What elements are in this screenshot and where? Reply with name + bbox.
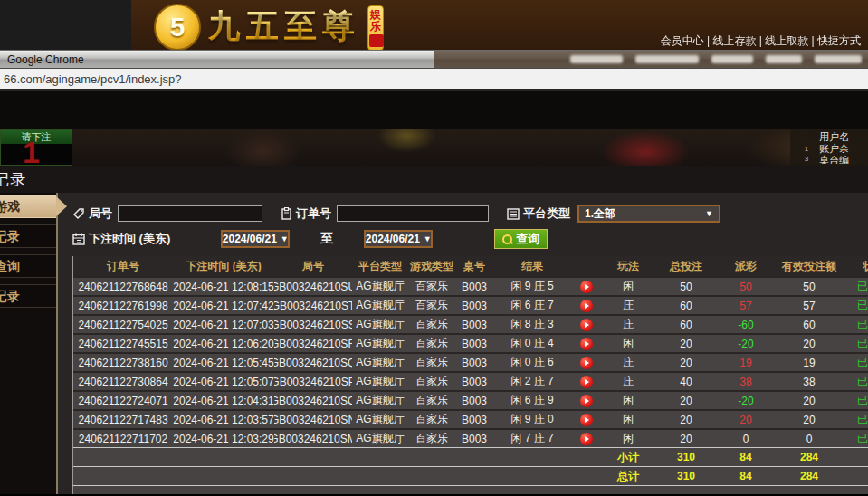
cell-valid-bet: 19	[774, 354, 844, 371]
live-dealer-video[interactable]	[72, 129, 868, 166]
cell-platform: AG旗舰厅	[352, 411, 408, 428]
cell-total-bet: 40	[654, 373, 718, 390]
col-header-total-bet: 总投注	[654, 256, 718, 276]
cell-total-bet: 20	[654, 354, 718, 371]
sidebar-item-label: 记录	[0, 289, 20, 303]
cell-order-no: 240621122745515	[73, 335, 173, 352]
cell-table-no: B003	[455, 335, 493, 352]
play-replay-icon[interactable]	[580, 414, 593, 426]
cell-payout: -60	[718, 316, 774, 333]
col-header-table-no: 桌号	[455, 256, 493, 276]
search-button[interactable]: 查询	[494, 229, 548, 249]
cell-round-no: GB003246210SQ	[274, 354, 352, 371]
cell-bet-time: 2024-06-21 12:07:42	[173, 297, 274, 314]
cell-status: 已派彩	[844, 354, 868, 371]
cell-status: 已派彩	[844, 278, 868, 295]
date-from-select[interactable]: 2024/06/21 ▼	[221, 230, 290, 248]
cell-payout: 57	[718, 297, 774, 314]
top-nav-links[interactable]: 会员中心 | 线上存款 | 线上取款 | 快捷方式	[661, 33, 861, 49]
subtotal-label: 小计	[602, 448, 654, 466]
col-header-payout: 派彩	[718, 256, 774, 276]
url-text[interactable]: 66.com/agingame/pcv1/index.jsp?	[0, 72, 182, 86]
cell-game-type: 百家乐	[408, 411, 455, 428]
play-replay-icon[interactable]	[580, 338, 593, 350]
chevron-down-icon: ▼	[281, 234, 289, 243]
order-no-input[interactable]	[337, 205, 489, 222]
cell-game-type: 百家乐	[408, 354, 455, 371]
cell-table-no: B003	[455, 411, 493, 428]
cell-total-bet: 20	[654, 411, 718, 428]
cell-platform: AG旗舰厅	[352, 278, 408, 295]
cell-game-type: 百家乐	[408, 316, 455, 333]
cell-bet-side: 闲	[602, 430, 654, 447]
cell-round-no: GB003246210ST	[274, 297, 352, 314]
sidebar-item[interactable]: 查询	[0, 254, 56, 278]
page-dark-gap	[0, 91, 868, 129]
cell-valid-bet: 20	[774, 335, 844, 352]
cell-result: 闲 8 庄 3	[493, 316, 571, 333]
cell-total-bet: 60	[654, 297, 718, 314]
play-replay-icon[interactable]	[580, 281, 593, 293]
cell-payout: 0	[718, 430, 774, 447]
sidebar-item[interactable]: 记录	[0, 284, 56, 308]
sidebar-item[interactable]: 游戏	[0, 195, 56, 218]
cell-result: 闲 6 庄 7	[493, 297, 571, 314]
game-no-input[interactable]	[118, 205, 262, 222]
page-titlebar: 记录	[0, 166, 868, 193]
cell-platform: AG旗舰厅	[352, 392, 408, 409]
search-icon	[502, 234, 512, 244]
cell-bet-side: 庄	[602, 297, 654, 314]
cell-valid-bet: 0	[774, 430, 844, 447]
subtotal-payout: 84	[718, 448, 774, 466]
cell-game-type: 百家乐	[408, 392, 455, 409]
table-row: 240621122711702 2024-06-21 12:03:29 GB00…	[73, 428, 868, 447]
cell-round-no: GB003246210SM	[274, 430, 352, 447]
play-replay-icon[interactable]	[580, 357, 593, 369]
table-row: 240621122745515 2024-06-21 12:06:20 GB00…	[73, 333, 868, 352]
table-row: 240621122717483 2024-06-21 12:03:57 GB00…	[73, 409, 868, 428]
cell-payout: -20	[718, 392, 774, 409]
platform-list-icon	[507, 208, 520, 220]
cell-total-bet: 50	[654, 278, 718, 295]
play-replay-icon[interactable]	[580, 319, 593, 331]
blurred-nav-blob	[711, 55, 753, 63]
cell-total-bet: 20	[654, 430, 718, 447]
grand-total-row: 总计 310 84 284	[73, 466, 868, 485]
countdown-number: 1	[23, 138, 40, 167]
banner-left-spacer	[0, 0, 131, 50]
cell-bet-time: 2024-06-21 12:05:07	[173, 373, 274, 390]
cell-result: 闲 0 庄 4	[493, 335, 571, 352]
blurred-nav-blob	[815, 55, 862, 63]
cell-platform: AG旗舰厅	[352, 297, 408, 314]
play-replay-icon[interactable]	[580, 433, 593, 445]
bet-records-table: 订单号 下注时间 (美东) 局号 平台类型 游戏类型 桌号 结果 玩法 总投注 …	[72, 256, 868, 485]
cell-order-no: 240621122724071	[73, 392, 173, 409]
username-label: 用户名	[819, 131, 868, 143]
play-replay-icon[interactable]	[580, 395, 593, 407]
cell-platform: AG旗舰厅	[352, 335, 408, 352]
col-header-status: 状态	[844, 256, 868, 276]
cell-round-no: GB003246210SU	[274, 278, 352, 295]
platform-selected-value: 1.全部	[585, 206, 615, 222]
col-header-platform: 平台类型	[352, 256, 408, 276]
sidebar: 游戏 记录 查询 记录	[0, 193, 58, 494]
cell-total-bet: 60	[654, 316, 718, 333]
clipboard-icon	[281, 207, 292, 220]
grand-total-total-bet: 310	[654, 467, 718, 485]
platform-label-wrap: 平台类型	[507, 205, 570, 222]
game-no-label: 局号	[89, 205, 112, 222]
date-to-select[interactable]: 2024/06/21 ▼	[364, 230, 433, 248]
play-replay-icon[interactable]	[580, 300, 593, 312]
url-bar[interactable]: 66.com/agingame/pcv1/index.jsp?	[0, 69, 868, 91]
balance-label: 账户余	[819, 143, 868, 155]
platform-select[interactable]: 1.全部 ▼	[577, 205, 720, 223]
col-header-bet-side: 玩法	[602, 256, 654, 276]
cell-order-no: 240621122730864	[73, 373, 173, 390]
play-replay-icon[interactable]	[580, 376, 593, 388]
date-to-value: 2024/06/21	[366, 233, 420, 245]
cell-status: 已派彩	[844, 373, 868, 390]
cell-round-no: GB003246210SO	[274, 392, 352, 409]
sidebar-item[interactable]: 记录	[0, 224, 56, 248]
cell-result: 闲 6 庄 9	[493, 392, 571, 409]
table-body: 240621122768648 2024-06-21 12:08:15 GB00…	[73, 276, 868, 447]
